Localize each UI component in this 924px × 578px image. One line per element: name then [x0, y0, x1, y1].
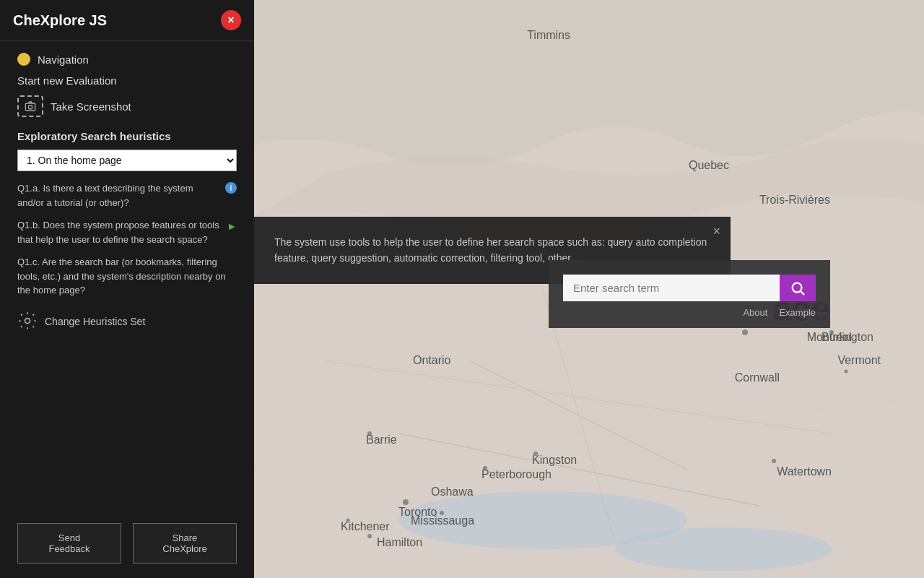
- svg-point-16: [367, 534, 372, 538]
- sidebar-item-take-screenshot[interactable]: Take Screenshot: [17, 95, 237, 117]
- heuristics-select[interactable]: 1. On the home page 2. Query formulation…: [17, 150, 237, 171]
- heuristics-title: Exploratory Search heuristics: [17, 130, 237, 142]
- svg-point-19: [772, 459, 776, 463]
- question-q1a: Q1.a. Is there a text describing the sys…: [17, 181, 237, 210]
- search-row: [563, 275, 816, 301]
- about-link[interactable]: About: [743, 307, 767, 318]
- question-q1b-text: Q1.b. Does the system propose features o…: [17, 218, 222, 246]
- question-q1c: Q1.c. Are the search bar (or bookmarks, …: [17, 255, 237, 298]
- svg-point-14: [483, 466, 487, 470]
- sidebar: CheXplore JS × Navigation Start new Eval…: [0, 0, 254, 578]
- svg-point-11: [403, 499, 409, 505]
- svg-point-17: [346, 519, 350, 522]
- svg-point-13: [367, 431, 372, 436]
- map-area: Quebec Ontario Timmins Barrie Peterborou…: [254, 0, 924, 578]
- question-q1c-text: Q1.c. Are the search bar (or bookmarks, …: [17, 255, 237, 298]
- sidebar-item-new-evaluation[interactable]: Start new Evaluation: [17, 74, 237, 87]
- svg-point-2: [25, 318, 30, 323]
- navigation-label: Navigation: [38, 53, 89, 66]
- svg-point-12: [440, 511, 444, 515]
- search-input[interactable]: [563, 275, 780, 301]
- questions-section: Q1.a. Is there a text describing the sys…: [0, 171, 254, 298]
- svg-point-5: [615, 527, 832, 571]
- gear-icon: [17, 311, 38, 333]
- screenshot-icon: [17, 95, 43, 117]
- screenshot-label: Take Screenshot: [51, 100, 131, 113]
- search-button[interactable]: [780, 275, 816, 301]
- new-evaluation-label: Start new Evaluation: [17, 74, 117, 87]
- share-chexplore-button[interactable]: ShareCheXplore: [133, 523, 237, 564]
- example-link[interactable]: Example: [779, 307, 816, 318]
- arrow-icon-q1b[interactable]: ►: [227, 219, 237, 234]
- search-links: About Example: [563, 307, 816, 318]
- search-widget: About Example: [549, 260, 830, 328]
- change-heuristics-label: Change Heuristics Set: [45, 316, 145, 327]
- send-feedback-button[interactable]: SendFeedback: [17, 523, 121, 564]
- svg-point-21: [845, 370, 848, 374]
- svg-point-20: [829, 330, 834, 335]
- svg-line-23: [801, 291, 804, 295]
- change-heuristics[interactable]: Change Heuristics Set: [0, 298, 254, 333]
- search-icon: [790, 280, 806, 296]
- sidebar-item-navigation[interactable]: Navigation: [17, 53, 237, 66]
- svg-point-15: [533, 452, 538, 456]
- svg-point-22: [793, 282, 802, 292]
- sidebar-nav: Navigation Start new Evaluation Take Scr…: [0, 41, 254, 117]
- svg-point-18: [742, 329, 748, 335]
- close-button[interactable]: ×: [221, 10, 241, 30]
- sidebar-header: CheXplore JS ×: [0, 0, 254, 41]
- heuristics-section: Exploratory Search heuristics 1. On the …: [0, 117, 254, 171]
- svg-point-1: [28, 105, 32, 109]
- info-icon-q1a[interactable]: i: [225, 182, 237, 194]
- app-title: CheXplore JS: [13, 12, 107, 29]
- sidebar-footer: SendFeedback ShareCheXplore: [0, 509, 254, 564]
- question-q1a-text: Q1.a. Is there a text describing the sys…: [17, 181, 221, 210]
- question-q1b: Q1.b. Does the system propose features o…: [17, 218, 237, 246]
- navigation-status-dot: [17, 53, 30, 66]
- info-panel-close-button[interactable]: ×: [712, 224, 720, 239]
